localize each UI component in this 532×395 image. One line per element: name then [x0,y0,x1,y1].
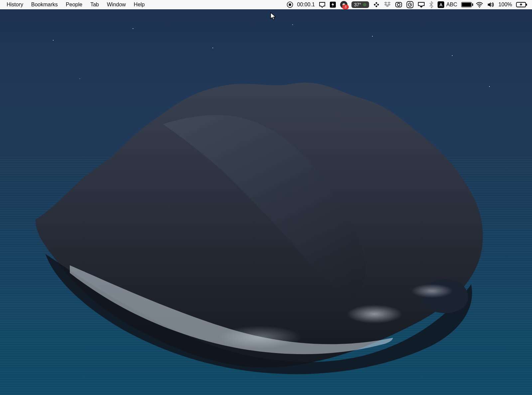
wallpaper-island [16,40,505,384]
dropbox-icon[interactable] [384,0,391,9]
bluetooth-icon[interactable] [429,0,434,9]
weather-temperature: 37° [354,2,361,8]
screen-record-timer: 00:00.1 [297,0,315,9]
svg-rect-18 [526,4,527,6]
wifi-icon[interactable] [476,0,483,9]
screenshot-tool-icon[interactable] [395,0,402,9]
menu-tab[interactable]: Tab [86,0,103,9]
input-source-label: ABC [446,2,457,8]
svg-marker-6 [377,4,379,6]
menu-help[interactable]: Help [130,0,149,9]
svg-point-13 [397,3,400,6]
screen-record-stop-icon[interactable] [287,0,293,9]
menubar-app-menus: History Bookmarks People Tab Window Help [3,0,149,9]
app-g-icon[interactable] [406,0,414,9]
battery-percent: 100% [498,0,512,9]
svg-marker-3 [375,2,377,4]
input-source[interactable]: A ABC [438,0,457,9]
notification-badge: 3 [342,5,349,9]
svg-marker-5 [374,4,376,6]
menu-bookmarks[interactable]: Bookmarks [27,0,62,9]
bolt-app-icon[interactable] [330,0,336,9]
menu-window[interactable]: Window [103,0,130,9]
battery-icon[interactable] [461,0,472,9]
svg-marker-7 [384,2,387,4]
menubar-status-area: 00:00.1 3 37° [287,0,529,9]
svg-rect-1 [289,4,291,6]
svg-marker-4 [375,5,377,7]
weather-condition-icon [363,3,366,6]
menu-history[interactable]: History [3,0,27,9]
battery-charging-icon [516,0,528,9]
svg-marker-8 [387,2,391,4]
menubar: History Bookmarks People Tab Window Help… [0,0,532,9]
menu-people[interactable]: People [62,0,86,9]
weather-status[interactable]: 37° [351,0,369,9]
notification-app-icon[interactable]: 3 [340,0,347,9]
svg-point-16 [479,6,480,7]
volume-icon[interactable] [487,0,494,9]
sync-app-icon[interactable] [373,0,380,9]
desktop-wallpaper[interactable] [0,9,532,395]
input-source-badge: A [438,1,444,8]
send-to-device-icon[interactable] [319,0,326,9]
airplay-icon[interactable] [418,0,425,9]
